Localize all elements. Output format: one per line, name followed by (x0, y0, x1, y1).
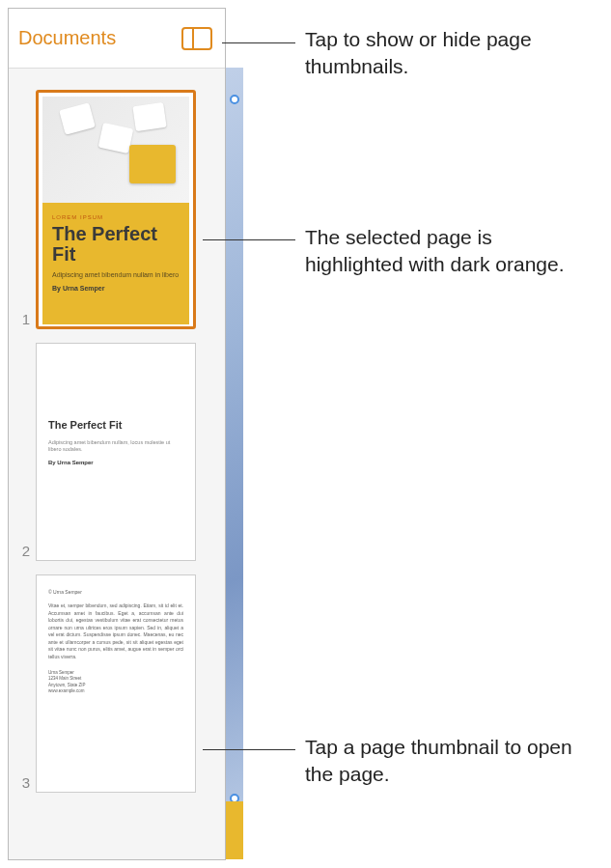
page3-byline: © Urna Semper (48, 589, 183, 595)
page-thumbnail-3[interactable]: © Urna Semper Vitae et, semper bibendum,… (36, 574, 196, 793)
page-number: 2 (16, 543, 30, 561)
thumbnail-row: 3 © Urna Semper Vitae et, semper bibendu… (9, 574, 225, 806)
page2-text: Adipiscing amet bibendum nullam, locus m… (48, 439, 183, 454)
cover-eyebrow: LOREM IPSUM (52, 214, 180, 220)
thumbnail-cover-image (42, 97, 189, 203)
thumbnail-row: 2 The Perfect Fit Adipiscing amet bibend… (9, 343, 225, 574)
page3-body: Vitae et, semper bibendum, sed adipiscin… (48, 602, 183, 660)
panel-header: Documents (9, 9, 225, 69)
thumbnails-list: 1 LOREM IPSUM The Perfect Fit Adipiscing… (9, 69, 225, 859)
page-thumbnail-2[interactable]: The Perfect Fit Adipiscing amet bibendum… (36, 343, 196, 561)
svg-rect-0 (182, 28, 211, 49)
toggle-thumbnails-button[interactable] (181, 26, 213, 51)
page-number: 1 (16, 311, 30, 329)
cover-author: By Urna Semper (52, 285, 180, 292)
page-number: 3 (16, 774, 30, 793)
sidebar-toggle-icon (181, 27, 212, 50)
callout-line (222, 42, 295, 43)
page-thumbnail-1[interactable]: LOREM IPSUM The Perfect Fit Adipiscing a… (36, 90, 196, 329)
document-background-strip (226, 68, 243, 859)
page3-address: Urna Semper 1234 Main Street Anytown, St… (48, 670, 183, 694)
callout-open: Tap a page thumbnail to open the page. (305, 734, 604, 789)
callout-selected: The selected page is highlighted with da… (305, 224, 595, 279)
documents-back-button[interactable]: Documents (18, 27, 116, 49)
thumbnails-panel: Documents 1 LOREM IPSUM The Perfect Fit (8, 8, 226, 860)
callout-line (203, 239, 295, 240)
page2-author: By Urna Semper (48, 460, 183, 465)
cover-subtitle: Adipiscing amet bibendum nullam in liber… (52, 270, 180, 279)
cover-title: The Perfect Fit (52, 224, 180, 265)
thumbnail-row: 1 LOREM IPSUM The Perfect Fit Adipiscing… (9, 90, 225, 343)
callout-toggle: Tap to show or hide page thumbnails. (305, 26, 595, 81)
callout-line (203, 749, 295, 750)
page2-title: The Perfect Fit (48, 419, 183, 432)
thumbnail-cover-body: LOREM IPSUM The Perfect Fit Adipiscing a… (42, 203, 189, 324)
